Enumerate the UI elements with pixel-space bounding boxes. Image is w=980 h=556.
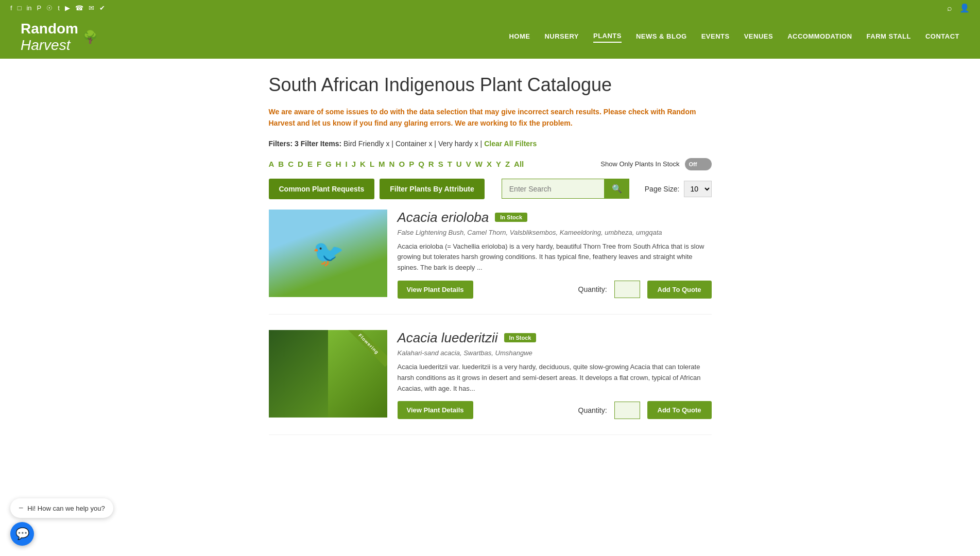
- clear-all-filters-link[interactable]: Clear All Filters: [484, 140, 537, 148]
- page-title: South African Indigenous Plant Catalogue: [269, 74, 712, 96]
- alpha-m[interactable]: M: [379, 160, 385, 168]
- alpha-s[interactable]: S: [438, 160, 443, 168]
- in-stock-toggle-area: Show Only Plants In Stock Off: [600, 158, 711, 170]
- alpha-l[interactable]: L: [370, 160, 374, 168]
- top-right-icons: ⌕ 👤: [947, 3, 970, 13]
- twitter-icon[interactable]: t: [58, 4, 60, 12]
- social-icons-group: f □ in P ☉ t ▶ ☎ ✉ ✔: [10, 4, 105, 12]
- rss-icon[interactable]: ☉: [46, 4, 53, 12]
- alphabet-nav: A B C D E F G H I J K L M N O P Q R S T …: [269, 160, 524, 168]
- logo-line2: Harvest: [21, 37, 78, 54]
- alpha-p[interactable]: P: [409, 160, 414, 168]
- nav-nursery[interactable]: NURSERY: [544, 32, 579, 42]
- plant-actions-1: View Plant Details Quantity: Add To Quot…: [398, 281, 712, 299]
- alpha-k[interactable]: K: [360, 160, 366, 168]
- alpha-c[interactable]: C: [288, 160, 294, 168]
- social-bar: f □ in P ☉ t ▶ ☎ ✉ ✔ ⌕ 👤: [0, 0, 980, 16]
- image-half-right: [328, 330, 387, 418]
- linkedin-icon[interactable]: in: [26, 4, 31, 12]
- alpha-f[interactable]: F: [317, 160, 321, 168]
- quantity-input-2[interactable]: [614, 402, 640, 419]
- common-requests-button[interactable]: Common Plant Requests: [269, 179, 375, 199]
- page-size-select[interactable]: 10 20 50: [684, 181, 712, 197]
- search-container: 🔍: [502, 179, 629, 199]
- plant-name-2: Acacia luederitzii In Stock: [398, 330, 712, 346]
- in-stock-toggle[interactable]: Off: [685, 158, 712, 170]
- plant-card-2: Flowering Acacia luederitzii In Stock Ka…: [269, 330, 712, 435]
- email-icon[interactable]: ✉: [89, 4, 94, 12]
- filters-bar: Filters: 3 Filter Items: Bird Friendly x…: [269, 140, 712, 148]
- alpha-v[interactable]: V: [466, 160, 471, 168]
- nav-events[interactable]: EVENTS: [701, 32, 730, 42]
- page-size-label: Page Size:: [645, 185, 680, 193]
- logo-line1: Random: [21, 21, 78, 37]
- plant-info-2: Acacia luederitzii In Stock Kalahari-san…: [398, 330, 712, 419]
- plant-scientific-name-1[interactable]: Acacia erioloba: [398, 210, 489, 225]
- phone-icon[interactable]: ☎: [75, 4, 83, 12]
- in-stock-badge-1: In Stock: [495, 213, 527, 222]
- filters-label: Filters:: [269, 140, 293, 148]
- plant-card: 🐦 Acacia erioloba In Stock False Lighten…: [269, 210, 712, 315]
- add-to-quote-button-1[interactable]: Add To Quote: [647, 281, 712, 299]
- plant-image-2: Flowering: [269, 330, 387, 418]
- filter-count: 3 Filter Items:: [295, 140, 341, 148]
- nav-venues[interactable]: VENUES: [744, 32, 773, 42]
- alpha-z[interactable]: Z: [505, 160, 510, 168]
- alpha-w[interactable]: W: [475, 160, 483, 168]
- search-button[interactable]: 🔍: [605, 179, 629, 199]
- nav-contact[interactable]: CONTACT: [925, 32, 959, 42]
- alpha-b[interactable]: B: [278, 160, 284, 168]
- bird-image-placeholder: 🐦: [312, 238, 344, 268]
- facebook-icon[interactable]: f: [10, 4, 12, 12]
- alpha-o[interactable]: O: [399, 160, 405, 168]
- alpha-q[interactable]: Q: [418, 160, 424, 168]
- youtube-icon[interactable]: ▶: [65, 4, 70, 12]
- quantity-label-1: Quantity:: [578, 285, 607, 293]
- view-details-button-1[interactable]: View Plant Details: [398, 281, 473, 299]
- plant-image-wrapper-2: Flowering: [269, 330, 387, 419]
- nav-news-blog[interactable]: NEWS & BLOG: [636, 32, 687, 42]
- header: Random Harvest 🌳 HOME NURSERY PLANTS NEW…: [0, 16, 980, 59]
- alpha-d[interactable]: D: [298, 160, 303, 168]
- add-to-quote-button-2[interactable]: Add To Quote: [647, 401, 712, 419]
- nav-home[interactable]: HOME: [509, 32, 530, 42]
- image-half-left: [269, 330, 328, 418]
- alpha-r[interactable]: R: [428, 160, 434, 168]
- nav-accommodation[interactable]: ACCOMMODATION: [787, 32, 852, 42]
- logo[interactable]: Random Harvest 🌳: [21, 21, 98, 54]
- pinterest-icon[interactable]: P: [37, 4, 42, 12]
- whatsapp-icon[interactable]: ✔: [99, 4, 105, 12]
- nav-farm-stall[interactable]: FARM STALL: [867, 32, 911, 42]
- alpha-toggle-row: A B C D E F G H I J K L M N O P Q R S T …: [269, 158, 712, 170]
- common-names-1: False Lightening Bush, Camel Thorn, Vals…: [398, 229, 712, 236]
- user-icon[interactable]: 👤: [959, 3, 970, 13]
- toggle-label: Show Only Plants In Stock: [600, 160, 679, 168]
- instagram-icon[interactable]: □: [18, 4, 22, 12]
- alpha-g[interactable]: G: [325, 160, 332, 168]
- plant-info-1: Acacia erioloba In Stock False Lightenin…: [398, 210, 712, 299]
- nav-plants[interactable]: PLANTS: [593, 32, 622, 43]
- plant-scientific-name-2[interactable]: Acacia luederitzii: [398, 330, 498, 346]
- filter-items: Bird Friendly x | Container x | Very har…: [343, 140, 482, 148]
- view-details-button-2[interactable]: View Plant Details: [398, 401, 473, 419]
- common-names-2: Kalahari-sand acacia, Swartbas, Umshangw…: [398, 349, 712, 357]
- alpha-y[interactable]: Y: [496, 160, 501, 168]
- search-icon[interactable]: ⌕: [947, 4, 952, 13]
- alpha-a[interactable]: A: [269, 160, 274, 168]
- warning-notice: We are aware of some issues to do with t…: [269, 106, 712, 129]
- toggle-state: Off: [689, 161, 697, 167]
- controls-row: Common Plant Requests Filter Plants By A…: [269, 179, 712, 199]
- quantity-input-1[interactable]: [614, 281, 640, 298]
- search-input[interactable]: [502, 179, 605, 199]
- alpha-all[interactable]: All: [514, 160, 524, 168]
- alpha-x[interactable]: X: [487, 160, 492, 168]
- alpha-h[interactable]: H: [336, 160, 341, 168]
- alpha-u[interactable]: U: [456, 160, 462, 168]
- alpha-t[interactable]: T: [448, 160, 452, 168]
- alpha-j[interactable]: J: [352, 160, 356, 168]
- alpha-e[interactable]: E: [307, 160, 313, 168]
- plant-actions-2: View Plant Details Quantity: Add To Quot…: [398, 401, 712, 419]
- alpha-n[interactable]: N: [389, 160, 395, 168]
- alpha-i[interactable]: I: [346, 160, 348, 168]
- filter-by-attribute-button[interactable]: Filter Plants By Attribute: [380, 179, 485, 199]
